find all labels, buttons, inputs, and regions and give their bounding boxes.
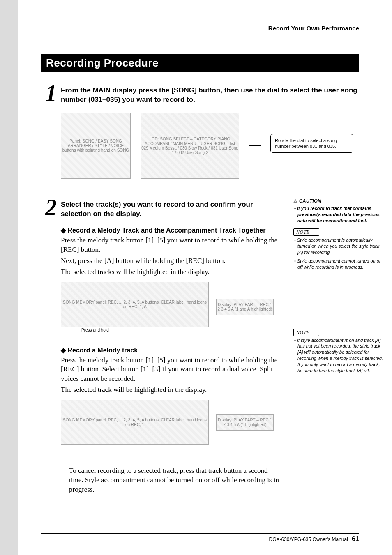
- step-1: 1 From the MAIN display press the [SONG]…: [41, 84, 359, 179]
- figure-song-memory-a: SONG MEMORY panel: REC, 1, 2, 3, 4, 5, A…: [61, 282, 209, 327]
- step-2a-subheading: Record a Melody Track and the Accompanim…: [61, 226, 283, 234]
- dial-callout: Rotate the dial to select a song number …: [270, 134, 353, 153]
- note-label-b: NOTE: [293, 329, 384, 336]
- manual-page: Record Your Own Performance Recording Pr…: [0, 0, 392, 555]
- footer: DGX-630/YPG-635 Owner's Manual 61: [269, 535, 359, 543]
- note-b-item-1: If style accompaniment is on and track […: [293, 337, 384, 374]
- note-label-a: NOTE: [293, 229, 384, 235]
- footer-page-number: 61: [352, 535, 359, 542]
- step-2b-p1: Press the melody track button [1]–[5] yo…: [61, 356, 283, 384]
- step-2a-p3: The selected tracks will be highlighted …: [61, 267, 283, 277]
- footer-manual-name: DGX-630/YPG-635 Owner's Manual: [269, 537, 348, 542]
- figure-song-memory-b: SONG MEMORY panel: REC, 1, 2, 3, 4, 5, A…: [61, 400, 209, 445]
- step-2a-figures: SONG MEMORY panel: REC, 1, 2, 3, 4, 5, A…: [61, 282, 283, 332]
- cancel-paragraph: To cancel recording to a selected track,…: [69, 466, 283, 495]
- step-1-figures: Panel: SONG / EASY SONG ARRANGER / STYLE…: [61, 113, 359, 179]
- press-and-hold-label-a: Press and hold: [81, 328, 209, 332]
- step-2a-p2: Next, press the [A] button while holding…: [61, 256, 283, 266]
- figure-lcd-song-select: LCD: SONG SELECT – CATEGORY PIANO ACCOMP…: [141, 113, 239, 179]
- step-2: 2 Select the track(s) you want to record…: [41, 198, 359, 495]
- header-section-title: Record Your Own Performance: [41, 25, 359, 32]
- figure-play-part-b: Display: PLAY PART – REC 1 2 3 4 5 A (1 …: [216, 414, 274, 431]
- step-1-number: 1: [41, 84, 61, 103]
- note-a-item-1: Style accompaniment is automatically tur…: [293, 237, 384, 256]
- left-gray-margin: [0, 0, 18, 555]
- step-2b-figures: SONG MEMORY panel: REC, 1, 2, 3, 4, 5, A…: [61, 400, 283, 445]
- step-2b-p2: The selected track will be highlighted i…: [61, 385, 283, 395]
- figure-play-part-a: Display: PLAY PART – REC 1 2 3 4 5 A (1 …: [216, 299, 274, 315]
- step-1-heading: From the MAIN display press the [SONG] b…: [61, 86, 359, 105]
- caution-box: CAUTION If you record to track that cont…: [293, 198, 384, 224]
- callout-line: [249, 145, 261, 146]
- side-spacer: [293, 276, 384, 329]
- figure-panel-buttons: Panel: SONG / EASY SONG ARRANGER / STYLE…: [61, 113, 131, 179]
- note-a-item-2: Style accompaniment cannot turned on or …: [293, 258, 384, 270]
- footer-rule: [41, 533, 359, 534]
- step-2-number: 2: [41, 198, 61, 217]
- note-box-a: NOTE Style accompaniment is automaticall…: [293, 229, 384, 270]
- caution-item: If you record to track that contains pre…: [293, 205, 384, 224]
- step-2a-p1: Press the melody track button [1]–[5] yo…: [61, 236, 283, 255]
- note-box-b: NOTE If style accompaniment is on and tr…: [293, 329, 384, 374]
- step-2-heading: Select the track(s) you want to record t…: [61, 200, 283, 219]
- section-title-bar: Recording Procedure: [41, 54, 359, 72]
- step-2b-subheading: Record a Melody track: [61, 346, 283, 354]
- caution-label: CAUTION: [293, 198, 384, 204]
